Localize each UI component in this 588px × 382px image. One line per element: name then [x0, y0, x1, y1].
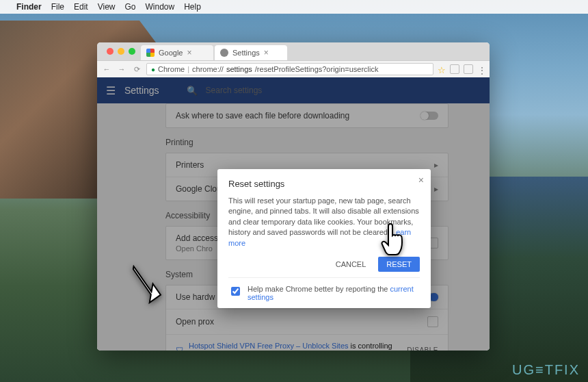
gear-favicon-icon [220, 49, 228, 57]
cancel-button[interactable]: CANCEL [328, 257, 375, 272]
url-rest: /resetProfileSettings?origin=userclick [255, 65, 379, 73]
extension-icon[interactable] [464, 64, 473, 74]
url-field[interactable]: ● Chrome | chrome://settings/resetProfil… [146, 63, 433, 75]
menu-edit[interactable]: Edit [74, 2, 88, 12]
menu-help[interactable]: Help [184, 2, 201, 12]
toolbar-icons: ☆ ⋮ [438, 64, 485, 74]
dialog-title: Reset settings [228, 179, 420, 189]
tab-close-icon[interactable]: × [264, 49, 269, 57]
menu-view[interactable]: View [98, 2, 116, 12]
menu-go[interactable]: Go [125, 2, 136, 12]
pointer-cursor-overlay [381, 222, 411, 260]
url-prefix: Chrome [158, 65, 185, 73]
maximize-icon[interactable] [129, 48, 135, 55]
tab-settings[interactable]: Settings × [215, 45, 287, 60]
tab-google[interactable]: Google × [141, 45, 213, 60]
tab-close-icon[interactable]: × [187, 49, 191, 57]
help-text: Help make Chrome better by reporting the [248, 285, 390, 293]
minimize-icon[interactable] [118, 48, 124, 55]
close-icon[interactable]: × [418, 175, 424, 186]
extension-icon[interactable] [450, 64, 459, 74]
tab-label: Settings [232, 49, 260, 57]
google-favicon-icon [146, 49, 155, 57]
star-icon[interactable]: ☆ [438, 65, 446, 73]
tab-label: Google [159, 49, 183, 57]
help-checkbox[interactable] [231, 287, 240, 296]
close-icon[interactable] [107, 48, 113, 55]
forward-icon[interactable]: → [116, 65, 127, 73]
window-controls [101, 42, 141, 60]
reload-icon[interactable]: ⟳ [131, 65, 142, 74]
menu-file[interactable]: File [51, 2, 64, 12]
tab-bar: Google × Settings × [97, 42, 490, 60]
url-bold: settings [226, 65, 252, 73]
menu-window[interactable]: Window [146, 2, 175, 12]
address-bar: ← → ⟳ ● Chrome | chrome://settings/reset… [97, 60, 490, 77]
menubar-app[interactable]: Finder [16, 2, 42, 12]
help-improve-row: Help make Chrome better by reporting the… [228, 277, 420, 301]
back-icon[interactable]: ← [101, 65, 112, 73]
annotation-arrow-icon [126, 265, 168, 308]
desktop: Finder File Edit View Go Window Help Goo… [0, 0, 588, 382]
scheme-chip: ● [151, 66, 155, 73]
menu-icon[interactable]: ⋮ [477, 65, 485, 73]
watermark: UG≡TFIX [512, 362, 580, 378]
url-host: chrome:// [192, 65, 224, 73]
macos-menubar: Finder File Edit View Go Window Help [0, 0, 588, 14]
